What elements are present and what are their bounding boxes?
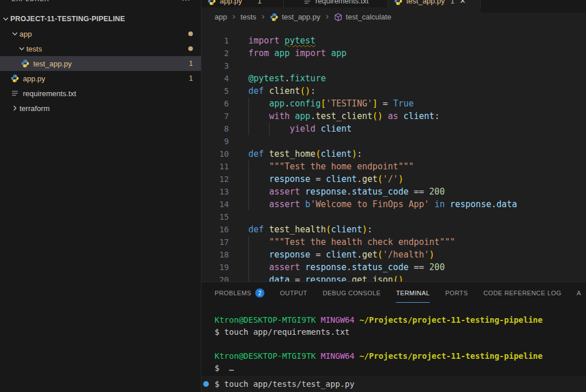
- breadcrumb-label: test_app.py: [282, 13, 320, 21]
- code-editor[interactable]: 1import pytest2from app import app34@pyt…: [201, 26, 586, 282]
- line-number[interactable]: 17: [201, 237, 229, 247]
- indent-guide: [248, 160, 249, 211]
- panel-tab-label: A: [577, 290, 581, 296]
- breadcrumb-label: app: [215, 13, 227, 21]
- tree-item-project-11-testing-pipeline[interactable]: PROJECT-11-TESTING-PIPELINE: [0, 11, 201, 26]
- panel-tab-output[interactable]: OUTPUT: [280, 284, 307, 303]
- line-number[interactable]: 16: [201, 225, 229, 234]
- code-text: import pytest: [248, 34, 315, 47]
- line-number[interactable]: 19: [201, 263, 229, 272]
- code-text: """Test the health check endpoint""": [248, 236, 455, 248]
- close-icon[interactable]: ✕: [460, 0, 466, 5]
- code-text: from app import app: [248, 47, 347, 60]
- code-line-20[interactable]: 20 data = response.get_json(): [201, 274, 586, 282]
- tree-item-test-app-py[interactable]: test_app.py1: [0, 56, 201, 71]
- line-number[interactable]: 15: [201, 212, 229, 221]
- line-number[interactable]: 11: [201, 162, 229, 171]
- code-line-14[interactable]: 14 assert b'Welcome to FinOps App' in re…: [201, 198, 586, 211]
- panel-tab-label: DEBUG CONSOLE: [323, 290, 381, 296]
- line-number[interactable]: 6: [201, 99, 229, 108]
- code-line-12[interactable]: 12 response = client.get('/'): [201, 173, 586, 185]
- problems-count-badge: 1: [189, 74, 193, 82]
- line-number[interactable]: 13: [201, 187, 229, 196]
- terminal-line: $ touch app/requirements.txt: [215, 326, 586, 338]
- code-line-17[interactable]: 17 """Test the health check endpoint""": [201, 236, 586, 248]
- tab-label: requirements.txt: [315, 0, 369, 5]
- tab-strip-empty: [481, 0, 586, 13]
- textfile-icon: [10, 89, 19, 98]
- code-text: response = client.get('/health'): [248, 248, 434, 261]
- tab-problems-badge: 1: [450, 0, 454, 5]
- line-number[interactable]: 3: [201, 61, 229, 70]
- tree-item-tests[interactable]: tests: [0, 41, 201, 56]
- terminal[interactable]: Ktron@DESKTOP-MTGI9TK MINGW64 ~/Projects…: [201, 303, 586, 375]
- tab-app-py[interactable]: app.py1: [201, 0, 284, 7]
- tree-item-label: PROJECT-11-TESTING-PIPELINE: [10, 15, 125, 23]
- line-number[interactable]: 5: [201, 86, 229, 96]
- line-number[interactable]: 14: [201, 200, 229, 209]
- line-number[interactable]: 10: [201, 149, 229, 159]
- line-number[interactable]: 7: [201, 112, 229, 121]
- code-text: """Test the home endpoint""": [248, 160, 414, 173]
- breadcrumb-item-test-app-py[interactable]: test_app.py: [270, 13, 320, 22]
- chevron-down-icon: [1, 14, 10, 23]
- command-decoration-icon[interactable]: [203, 381, 209, 387]
- more-actions-icon[interactable]: ⋯: [181, 0, 191, 5]
- panel-tab-debug-console[interactable]: DEBUG CONSOLE: [323, 284, 381, 303]
- line-number[interactable]: 18: [201, 250, 229, 259]
- panel-tab-label: OUTPUT: [280, 290, 307, 296]
- terminal-command-bar[interactable]: $ touch app/tests/test_app.py: [201, 375, 586, 392]
- code-line-1[interactable]: 1import pytest: [201, 34, 586, 47]
- code-text: response = client.get('/'): [248, 173, 403, 185]
- code-line-6[interactable]: 6 app.config['TESTING'] = True: [201, 97, 586, 110]
- code-line-11[interactable]: 11 """Test the home endpoint""": [201, 160, 586, 173]
- line-number[interactable]: 20: [201, 275, 229, 282]
- panel-tab-terminal[interactable]: TERMINAL: [396, 284, 430, 303]
- code-line-4[interactable]: 4@pytest.fixture: [201, 72, 586, 85]
- code-line-9[interactable]: 9: [201, 135, 586, 148]
- code-line-5[interactable]: 5def client():: [201, 85, 586, 97]
- tab-requirements-txt[interactable]: requirements.txt: [284, 0, 388, 7]
- line-number[interactable]: 2: [201, 49, 229, 58]
- panel-tabs: PROBLEMS2OUTPUTDEBUG CONSOLETERMINALPORT…: [201, 282, 586, 303]
- line-number[interactable]: 1: [201, 36, 229, 45]
- tree-item-label: test_app.py: [33, 60, 72, 68]
- indent-guide: [248, 97, 249, 135]
- explorer-title: EXPLORER: [11, 0, 49, 2]
- line-number[interactable]: 12: [201, 175, 229, 184]
- python-icon: [207, 0, 216, 6]
- code-line-13[interactable]: 13 assert response.status_code == 200: [201, 185, 586, 198]
- line-number[interactable]: 9: [201, 137, 229, 146]
- tree-item-app-py[interactable]: app.py1: [0, 71, 201, 86]
- code-line-8[interactable]: 8 yield client: [201, 122, 586, 135]
- tree-item-requirements-txt[interactable]: requirements.txt: [0, 86, 201, 101]
- breadcrumb-item-app[interactable]: app: [215, 13, 227, 21]
- code-line-10[interactable]: 10def test_home(client):: [201, 148, 586, 160]
- tab-test-app-py[interactable]: test_app.py1✕: [388, 0, 481, 7]
- python-icon: [394, 0, 403, 6]
- tree-item-label: terraform: [19, 104, 50, 113]
- terminal-command-text: $ touch app/tests/test_app.py: [215, 379, 354, 389]
- bottom-panel: PROBLEMS2OUTPUTDEBUG CONSOLETERMINALPORT…: [201, 282, 586, 392]
- panel-tab-problems[interactable]: PROBLEMS2: [215, 284, 264, 303]
- line-number[interactable]: 4: [201, 74, 229, 83]
- tab-problems-badge: 1: [258, 0, 262, 5]
- panel-tab-ports[interactable]: PORTS: [445, 284, 468, 303]
- chevron-down-icon: [17, 44, 26, 53]
- breadcrumb-item-test-calculate[interactable]: test_calculate: [334, 13, 391, 22]
- panel-tab-a[interactable]: A: [577, 284, 581, 303]
- code-line-16[interactable]: 16def test_health(client):: [201, 223, 586, 236]
- line-number[interactable]: 8: [201, 124, 229, 133]
- code-line-18[interactable]: 18 response = client.get('/health'): [201, 248, 586, 261]
- tree-item-terraform[interactable]: terraform: [0, 101, 201, 116]
- code-line-3[interactable]: 3: [201, 60, 586, 72]
- code-line-7[interactable]: 7 with app.test_client() as client:: [201, 110, 586, 122]
- tree-item-app[interactable]: app: [0, 26, 201, 41]
- code-line-19[interactable]: 19 assert response.status_code == 200: [201, 261, 586, 274]
- breadcrumb-item-tests[interactable]: tests: [240, 13, 256, 21]
- code-text: yield client: [248, 122, 352, 135]
- code-line-15[interactable]: 15: [201, 211, 586, 223]
- python-icon: [21, 59, 30, 68]
- code-line-2[interactable]: 2from app import app: [201, 47, 586, 60]
- panel-tab-code-reference-log[interactable]: CODE REFERENCE LOG: [484, 284, 561, 303]
